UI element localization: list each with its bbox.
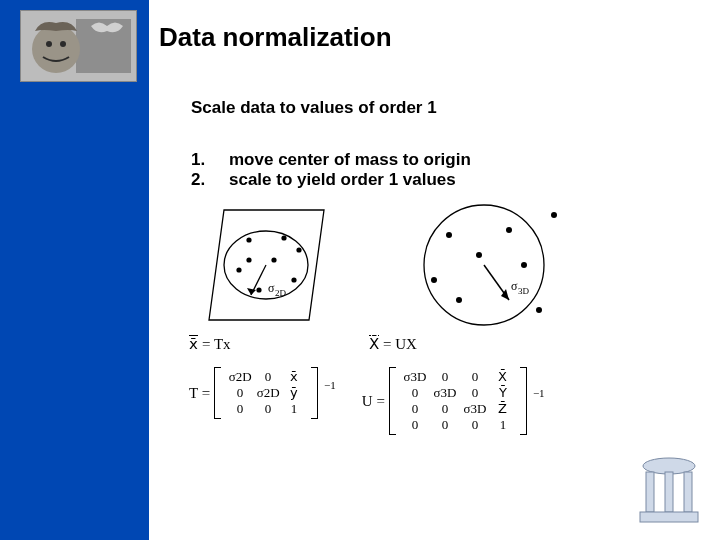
diagrams: σ 2D σ 3D <box>189 200 609 340</box>
diagram-3d-icon: σ 3D <box>424 205 557 325</box>
svg-point-13 <box>296 247 301 252</box>
matrix-inverse: −1 <box>533 387 545 399</box>
matrix-cell: 0 <box>400 417 430 433</box>
matrix-cell: 0 <box>430 401 460 417</box>
matrix-cell: 0 <box>225 385 255 401</box>
svg-point-7 <box>246 237 251 242</box>
slide-subtitle: Scale data to values of order 1 <box>191 98 437 118</box>
matrix-cell: 0 <box>400 401 430 417</box>
matrix-cell: 0 <box>225 401 255 417</box>
svg-point-20 <box>506 227 512 233</box>
svg-text:2D: 2D <box>275 288 287 298</box>
matrix-cell: σ3D <box>460 401 490 417</box>
steps-list: 1. move center of mass to origin 2. scal… <box>191 150 471 190</box>
eq-text: = UX <box>383 336 417 353</box>
sigma-3d-label: σ <box>511 279 518 293</box>
matrix-cell: 0 <box>430 417 460 433</box>
svg-rect-32 <box>665 472 673 512</box>
svg-point-9 <box>236 267 241 272</box>
matrix-inverse: −1 <box>324 379 336 391</box>
svg-point-24 <box>456 297 462 303</box>
eq-text: T = <box>189 385 210 402</box>
matrix-cell: 0 <box>400 385 430 401</box>
sigma-2d-label: σ <box>268 281 275 295</box>
step-number: 1. <box>191 150 229 170</box>
svg-point-4 <box>60 41 66 47</box>
matrix-cell: 0 <box>460 385 490 401</box>
step-item: 1. move center of mass to origin <box>191 150 471 170</box>
svg-point-3 <box>46 41 52 47</box>
svg-point-25 <box>536 307 542 313</box>
svg-point-19 <box>446 232 452 238</box>
svg-point-10 <box>271 257 276 262</box>
matrix-cell: 0 <box>255 369 281 385</box>
svg-text:3D: 3D <box>518 286 530 296</box>
svg-point-23 <box>521 262 527 268</box>
eq-text: X̄ <box>369 335 379 353</box>
svg-point-12 <box>291 277 296 282</box>
matrix-cell: 1 <box>281 401 307 417</box>
matrix-cell: 0 <box>460 369 490 385</box>
step-text: move center of mass to origin <box>229 150 471 170</box>
eq-xbar-tx: x̄ = Tx <box>189 335 369 353</box>
step-number: 2. <box>191 170 229 190</box>
slide-title: Data normalization <box>159 22 392 53</box>
matrix-T: T = σ2D 0 x̄ 0 σ2D ȳ <box>189 367 334 419</box>
matrix-cell: 0 <box>255 401 281 417</box>
diagram-2d-icon: σ 2D <box>209 210 324 320</box>
matrix-cell: 1 <box>490 417 516 433</box>
eq-text: x̄ <box>189 335 198 353</box>
step-item: 2. scale to yield order 1 values <box>191 170 471 190</box>
matrix-cell: x̄ <box>281 369 307 385</box>
matrix-cell: σ2D <box>255 385 281 401</box>
slide-logo <box>20 10 137 82</box>
matrix-cell: σ3D <box>430 385 460 401</box>
svg-rect-33 <box>684 472 692 512</box>
svg-point-2 <box>32 25 80 73</box>
matrix-cell: Ȳ <box>490 385 516 401</box>
step-text: scale to yield order 1 values <box>229 170 456 190</box>
eq-text: = Tx <box>202 336 231 353</box>
svg-rect-34 <box>640 512 698 522</box>
matrix-cell: 0 <box>430 369 460 385</box>
svg-point-8 <box>281 235 286 240</box>
eq-text: U = <box>362 393 385 410</box>
matrix-cell: Z̄ <box>490 401 516 417</box>
equations-block: x̄ = Tx X̄ = UX T = σ2D 0 x̄ <box>189 335 619 435</box>
svg-point-26 <box>551 212 557 218</box>
matrix-cell: 0 <box>460 417 490 433</box>
matrix-U: U = σ3D 0 0 X̄ 0 σ3D 0 <box>362 367 543 435</box>
eq-Xbar-UX: X̄ = UX <box>369 335 599 353</box>
svg-marker-5 <box>209 210 324 320</box>
matrix-cell: σ2D <box>225 369 255 385</box>
svg-point-11 <box>256 287 261 292</box>
matrix-cell: X̄ <box>490 369 516 385</box>
corner-logo-icon <box>634 448 704 528</box>
svg-point-22 <box>476 252 482 258</box>
matrix-cell: ȳ <box>281 385 307 401</box>
matrix-cell: σ3D <box>400 369 430 385</box>
svg-rect-31 <box>646 472 654 512</box>
svg-point-21 <box>431 277 437 283</box>
svg-point-14 <box>246 257 251 262</box>
